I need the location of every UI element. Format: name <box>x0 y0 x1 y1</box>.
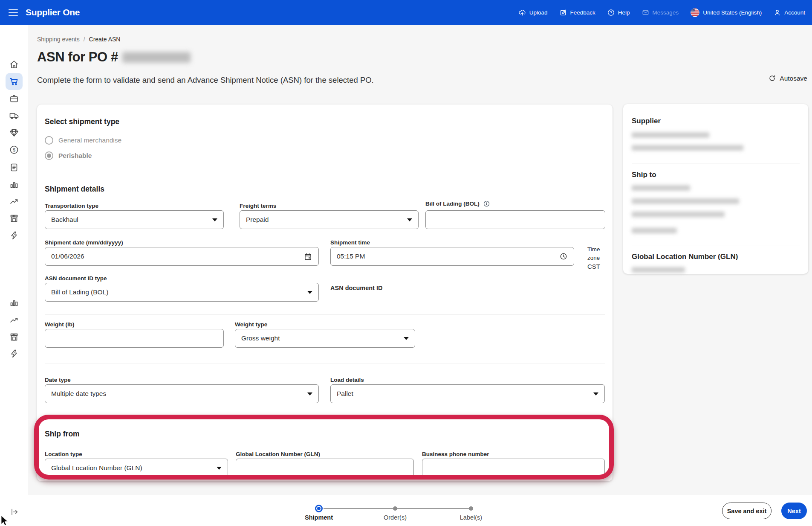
chevron-down-icon <box>407 218 412 221</box>
timezone-label: Time zone <box>587 245 613 262</box>
weight-type-select[interactable]: Gross weight <box>235 329 415 348</box>
chevron-down-icon <box>404 337 409 340</box>
ship-from-gln-box <box>236 459 414 477</box>
sidebar-item-reports[interactable] <box>6 159 23 176</box>
chevron-down-icon <box>217 467 222 470</box>
asn-doc-type-label: ASN document ID type <box>45 275 107 282</box>
step-shipment-dot[interactable] <box>315 505 323 512</box>
clipboard-icon <box>9 162 19 172</box>
phone-input-box <box>422 459 605 477</box>
messages-label: Messages <box>653 9 679 16</box>
phone-input[interactable] <box>428 459 598 477</box>
step-orders-label: Order(s) <box>384 514 407 521</box>
account-label: Account <box>784 9 805 16</box>
menu-icon[interactable] <box>9 9 18 16</box>
sidebar-item-analytics-2[interactable] <box>6 294 23 311</box>
home-icon <box>9 59 19 70</box>
feedback-edit-icon <box>559 9 567 17</box>
radio-general-merchandise[interactable]: General merchandise <box>45 136 121 145</box>
step-orders-dot[interactable] <box>393 506 397 511</box>
left-sidebar: $ <box>0 25 28 526</box>
sidebar-item-performance-2[interactable] <box>6 311 23 328</box>
sidebar-item-marketplace-2[interactable] <box>6 328 23 346</box>
breadcrumb-shipping-events[interactable]: Shipping events <box>37 36 80 43</box>
sidebar-item-deals[interactable] <box>6 124 23 141</box>
load-details-label: Load details <box>330 377 364 383</box>
sidebar-item-performance[interactable] <box>6 193 23 210</box>
store-icon <box>9 332 19 342</box>
info-icon[interactable] <box>483 200 490 207</box>
bol-input-box <box>425 210 605 229</box>
help-label: Help <box>618 9 630 16</box>
app-brand: Supplier One <box>26 7 80 17</box>
locale-label: United States (English) <box>703 9 762 16</box>
autosave-indicator[interactable]: Autosave <box>768 74 807 82</box>
load-details-select[interactable]: Pallet <box>330 384 605 403</box>
shopping-cart-icon <box>9 76 19 87</box>
chevron-down-icon <box>307 291 312 294</box>
freight-terms-label: Freight terms <box>240 203 276 209</box>
breadcrumb: Shipping events / Create ASN <box>37 36 120 43</box>
chevron-down-icon <box>307 392 312 395</box>
feedback-button[interactable]: Feedback <box>559 9 595 17</box>
ship-to-line-redacted <box>632 228 677 233</box>
radio-label: Perishable <box>58 152 92 160</box>
sidebar-item-orders[interactable] <box>6 73 23 90</box>
shipment-type-heading: Select shipment type <box>45 117 119 126</box>
supplier-name-redacted <box>632 132 709 138</box>
page-title: ASN for PO # <box>37 49 191 65</box>
sidebar-item-promotions[interactable] <box>6 227 23 244</box>
location-type-select[interactable]: Global Location Number (GLN) <box>45 459 228 477</box>
sidebar-expand-button[interactable] <box>8 505 21 519</box>
refresh-icon <box>768 74 776 82</box>
calendar-icon[interactable] <box>303 252 312 261</box>
chevron-down-icon <box>593 392 598 395</box>
radio-label: General merchandise <box>58 137 121 144</box>
shipment-details-heading: Shipment details <box>45 185 104 194</box>
messages-button[interactable]: Messages <box>642 9 679 17</box>
asn-doc-type-select[interactable]: Bill of Lading (BOL) <box>45 283 319 302</box>
ship-from-heading: Ship from <box>45 430 80 439</box>
gln-value-redacted <box>632 267 685 273</box>
sidebar-item-promotions-2[interactable] <box>6 345 23 362</box>
shipment-date-label: Shipment date (mm/dd/yyyy) <box>45 239 123 246</box>
next-button[interactable]: Next <box>781 503 807 519</box>
freight-terms-select[interactable]: Prepaid <box>240 210 419 229</box>
radio-perishable[interactable]: Perishable <box>45 151 92 160</box>
account-button[interactable]: Account <box>773 9 805 17</box>
page-subtitle: Complete the form to validate and send a… <box>37 76 374 85</box>
transportation-type-select[interactable]: Backhaul <box>45 210 224 229</box>
sidebar-item-shipping[interactable] <box>6 107 23 124</box>
messages-mail-icon <box>642 9 650 17</box>
shipment-date-input[interactable] <box>51 247 300 265</box>
locale-selector[interactable]: United States (English) <box>690 8 762 17</box>
header-nav: Upload Feedback Help Messages <box>518 8 812 17</box>
svg-text:$: $ <box>13 147 15 152</box>
save-and-exit-button[interactable]: Save and exit <box>722 503 772 519</box>
sidebar-item-marketplace[interactable] <box>6 210 23 227</box>
ship-from-gln-label: Global Location Number (GLN) <box>236 451 320 457</box>
upload-button[interactable]: Upload <box>518 9 548 17</box>
ship-from-gln-input[interactable] <box>242 459 407 477</box>
bol-input[interactable] <box>432 211 599 229</box>
step-labels-dot[interactable] <box>469 506 473 511</box>
ship-to-line-redacted <box>632 212 725 217</box>
summary-divider <box>632 245 800 245</box>
sidebar-item-payments[interactable]: $ <box>6 141 23 158</box>
date-type-label: Date type <box>45 377 71 383</box>
lightning-icon <box>9 349 19 359</box>
us-flag-icon <box>690 8 700 17</box>
date-type-select[interactable]: Multiple date types <box>45 384 319 403</box>
weight-input[interactable] <box>51 329 217 347</box>
sidebar-item-analytics[interactable] <box>6 176 23 193</box>
ship-to-line-redacted <box>632 198 739 204</box>
feedback-label: Feedback <box>570 9 595 16</box>
sidebar-item-home[interactable] <box>6 56 23 73</box>
bar-chart-icon <box>9 179 19 189</box>
clock-icon[interactable] <box>559 252 568 261</box>
shipment-time-input[interactable] <box>337 247 556 265</box>
order-summary-card: Supplier Ship to Global Location Number … <box>623 104 808 274</box>
sidebar-item-products[interactable] <box>6 90 23 107</box>
help-button[interactable]: Help <box>607 9 630 17</box>
step-shipment-label: Shipment <box>305 514 333 521</box>
